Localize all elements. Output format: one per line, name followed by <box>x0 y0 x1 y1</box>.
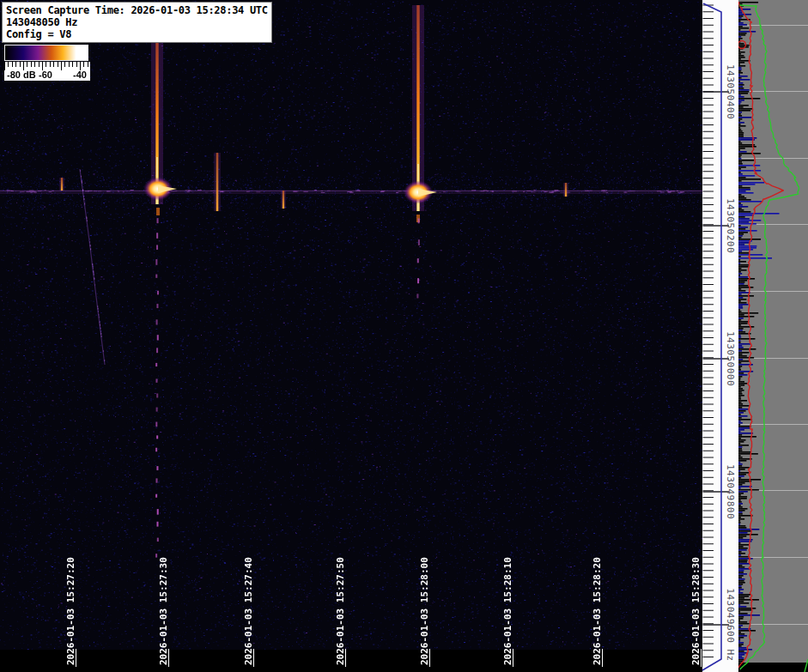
frequency-axis-label: 143050400 <box>725 64 736 119</box>
colorbar-label: -60 <box>39 70 52 80</box>
colorbar-ruler: -80 dB-60-40 <box>4 62 90 81</box>
colorbar-gradient <box>4 45 88 61</box>
colorbar-label: -80 dB <box>7 70 36 80</box>
frequency-axis-label: 143049800 <box>725 464 736 519</box>
spectrum-side-panel <box>738 0 808 672</box>
capture-info-box: Screen Capture Time: 2026-01-03 15:28:34… <box>2 2 272 43</box>
intensity-colorbar: -80 dB-60-40 <box>4 45 90 81</box>
time-axis-tick <box>602 649 603 667</box>
center-frequency-text: 143048050 Hz <box>6 16 77 28</box>
time-axis-tick <box>701 649 702 667</box>
time-axis-tick <box>253 649 254 667</box>
time-axis-tick <box>513 649 513 667</box>
frequency-axis-panel: 1430504001430502001430500001430498001430… <box>702 0 738 672</box>
frequency-axis-label: 143049600 Hz <box>725 588 736 661</box>
colorbar-label: -40 <box>73 70 87 80</box>
time-axis-tick <box>168 649 169 667</box>
time-axis-tick <box>76 649 76 667</box>
time-axis-tick <box>345 649 346 667</box>
frequency-axis-label: 143050200 <box>725 198 736 253</box>
config-text: Config = V8 <box>6 28 71 40</box>
capture-time-text: Screen Capture Time: 2026-01-03 15:28:34… <box>6 4 268 16</box>
time-axis-tick <box>429 649 430 667</box>
frequency-axis-label: 143050000 <box>725 331 736 386</box>
